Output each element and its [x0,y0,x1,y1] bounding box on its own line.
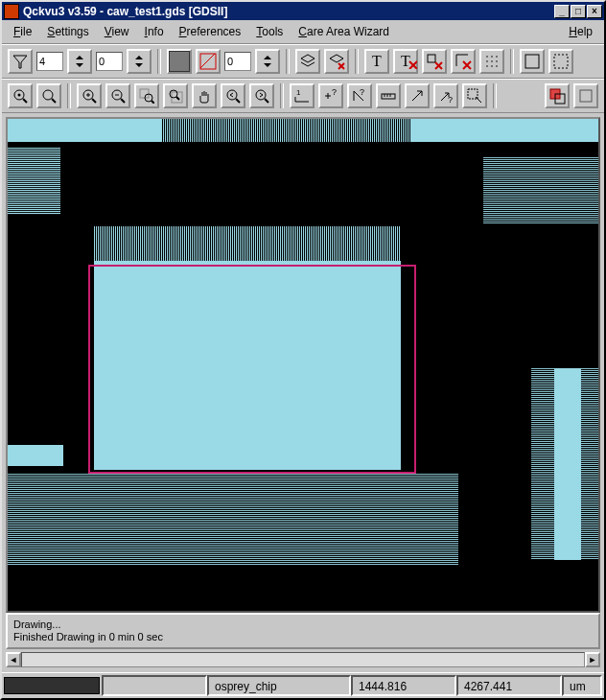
fill-mode-button[interactable] [167,49,192,74]
fill-swatch-icon [169,51,190,72]
marker-x-icon [426,53,443,70]
svg-point-34 [43,90,53,100]
svg-rect-60 [382,94,395,99]
nesting-up-button[interactable] [67,49,92,74]
menu-care-area-wizard[interactable]: Care Area Wizard [291,23,397,40]
stop-button[interactable] [573,83,598,108]
outline-mode-button[interactable] [196,49,221,74]
minimize-button[interactable]: _ [554,5,570,18]
zoom-out-button[interactable] [105,83,130,108]
svg-text:?: ? [332,87,337,97]
layers-button[interactable] [295,49,320,74]
filter-size-input[interactable] [96,52,123,71]
measure-angle-button[interactable]: ? [347,83,372,108]
ruler-icon [380,87,397,105]
select-area-button[interactable] [462,83,487,108]
progress-indicator [4,677,100,694]
care-area-rectangle[interactable] [88,265,416,474]
highlight-button[interactable] [545,83,570,108]
marker-off-button[interactable] [422,49,447,74]
toolbar-2: 1 ? ? ? [2,79,604,113]
window-buttons: _ □ × [554,5,602,18]
status-line-2: Finished Drawing in 0 min 0 sec [13,631,593,643]
filter2-spinner-button[interactable] [255,49,280,74]
svg-point-28 [496,65,498,67]
sref-x-icon [454,53,472,70]
rect-icon [524,53,541,70]
spinner-icon [73,55,86,68]
sref-off-button[interactable] [451,49,476,74]
toolbar-separator [67,83,71,108]
svg-line-68 [476,97,481,103]
hscroll-row: ◄ ► [6,651,600,668]
zoom-next-button[interactable] [249,83,274,108]
measure-vector-button[interactable] [405,83,430,108]
ruler-origin-button[interactable]: 1 [290,83,315,108]
select-dashed-button[interactable] [548,49,573,74]
measure-dist-button[interactable] [376,83,401,108]
svg-rect-5 [200,54,216,69]
stop-icon [577,87,594,105]
toolbar-separator [286,49,290,74]
horizontal-scrollbar[interactable] [21,652,585,667]
svg-point-22 [496,56,498,58]
maximize-button[interactable]: □ [571,5,586,18]
magnifier-minus-icon [110,88,126,104]
magnifier-rect-plus-icon [139,88,154,104]
menu-file[interactable]: File [6,23,39,40]
svg-marker-7 [264,56,271,59]
svg-line-50 [236,99,240,103]
zoom-button[interactable] [36,83,61,108]
select-rect-button[interactable] [520,49,545,74]
scroll-right-button[interactable]: ► [585,652,600,667]
svg-rect-43 [140,89,149,98]
text-off-button[interactable]: T [393,49,418,74]
svg-line-35 [52,99,56,103]
magnifier-left-icon [225,88,241,104]
measure-point-button[interactable]: ? [318,83,343,108]
filter2-input[interactable] [224,52,251,71]
magnifier-plus-icon [82,88,97,104]
filter-funnel-button[interactable] [8,49,33,74]
svg-line-52 [265,99,268,103]
footer-units: um [562,675,602,696]
svg-point-27 [491,65,493,67]
svg-marker-10 [330,55,343,62]
menu-tools[interactable]: Tools [248,23,291,40]
menu-settings[interactable]: Settings [39,23,96,40]
zoom-prev-button[interactable] [221,83,245,108]
menu-bar: File Settings View Info Preferences Tool… [2,20,604,44]
scroll-left-button[interactable]: ◄ [6,652,21,667]
close-button[interactable]: × [587,5,602,18]
what-is-button[interactable]: ? [433,83,458,108]
grid-dots-button[interactable] [479,49,504,74]
menu-help[interactable]: Help [561,23,600,40]
magnifier-home-icon [12,88,28,104]
main-window: Qckvu3 v3.59 - caw_test1.gds [GDSII] _ □… [0,0,606,700]
toolbar-separator [157,49,161,74]
menu-view[interactable]: View [97,23,137,40]
zoom-in-button[interactable] [77,83,102,108]
outline-hatch-icon [199,53,217,70]
dashed-arrow-icon [466,87,483,105]
nesting-level-input[interactable] [36,52,63,71]
menu-info[interactable]: Info [137,23,172,40]
pan-button[interactable] [192,83,217,108]
svg-point-25 [496,60,498,62]
svg-rect-15 [428,55,435,62]
footer-coord-y: 4267.441 [456,675,562,696]
svg-rect-71 [580,90,592,102]
menu-preferences[interactable]: Preferences [172,23,249,40]
svg-line-64 [412,91,422,101]
svg-rect-29 [525,55,539,68]
layout-viewport[interactable] [6,117,600,613]
text-on-button[interactable]: T [364,49,389,74]
overlap-rect-icon [548,87,566,105]
zoom-area-plus-button[interactable] [134,83,159,108]
toolbar-separator [510,49,514,74]
filter-up-button[interactable] [127,49,152,74]
zoom-home-button[interactable] [8,83,33,108]
zoom-area-minus-button[interactable] [163,83,188,108]
svg-point-21 [491,56,493,58]
layers-remove-button[interactable] [324,49,349,74]
